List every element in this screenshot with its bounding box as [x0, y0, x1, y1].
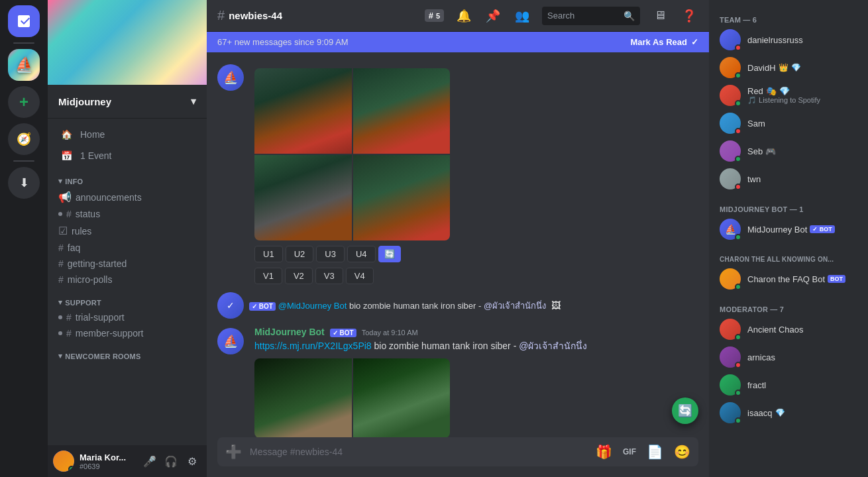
help-button[interactable]: ❓	[680, 7, 698, 25]
member-charon-bot[interactable]: Charon the FAQ Bot BOT	[714, 266, 863, 292]
announcement-icon: 📢	[58, 191, 72, 203]
message-link[interactable]: https://s.mj.run/PX2ILgx5Pi8	[254, 341, 372, 351]
user-settings-button[interactable]: ⚙	[183, 452, 201, 470]
scroll-to-bottom-button[interactable]: 🔄	[672, 398, 698, 424]
server-separator-2	[13, 160, 34, 162]
fractl-avatar	[720, 374, 741, 396]
member-midjourney-bot[interactable]: ⛵ MidJourney Bot ✓ BOT	[714, 216, 863, 242]
midjourney-bot-mention: @MidJourney Bot	[278, 301, 349, 311]
chevron-icon: ▾	[58, 177, 62, 186]
gif-button[interactable]: GIF	[620, 445, 639, 459]
nav-events[interactable]: 📅 1 Event	[53, 145, 201, 166]
new-messages-text: 67+ new messages since 9:09 AM	[217, 37, 349, 47]
channel-getting-started[interactable]: # getting-started	[53, 256, 201, 272]
member-isaacq[interactable]: isaacq 💎	[714, 399, 863, 426]
seb-avatar	[720, 140, 741, 162]
discover-button[interactable]: 🧭	[8, 123, 40, 155]
search-bar[interactable]: 🔍	[542, 7, 640, 25]
u2-button[interactable]: U2	[286, 246, 314, 262]
sam-status	[735, 128, 741, 134]
hash-icon: #	[217, 8, 225, 23]
u4-button[interactable]: U4	[347, 246, 376, 262]
search-input[interactable]	[547, 11, 618, 21]
message-content-2: MidJourney Bot ✓ BOT Today at 9:10 AM ht…	[254, 327, 698, 437]
midjourney-server-icon[interactable]: ⛵	[8, 49, 40, 81]
search-icon: 🔍	[624, 11, 635, 21]
category-support[interactable]: ▾ SUPPORT	[48, 288, 207, 309]
v4-button[interactable]: V4	[346, 268, 374, 284]
twn-avatar	[720, 168, 741, 189]
member-red[interactable]: Red 🎭 💎 🎵 Listening to Spotify	[714, 82, 863, 109]
midjourney-bot-avatar: ⛵	[720, 219, 741, 240]
category-newcomer-rooms[interactable]: ▾ NEWCOMER ROOMS	[48, 341, 207, 363]
gift-button[interactable]: 🎁	[593, 441, 615, 462]
download-button[interactable]: ⬇	[8, 167, 40, 199]
channel-faq[interactable]: # faq	[53, 240, 201, 256]
user-panel: Maria Kor... #0639 🎤 🎧 ⚙	[48, 445, 207, 477]
server-name: Midjourney	[58, 96, 111, 107]
danielrussruss-avatar	[720, 29, 741, 50]
ancient-chaos-info: Ancient Chaos	[747, 325, 804, 335]
member-ancient-chaos[interactable]: Ancient Chaos	[714, 316, 863, 343]
chevron-support-icon: ▾	[58, 298, 62, 307]
new-messages-bar[interactable]: 67+ new messages since 9:09 AM Mark As R…	[207, 32, 709, 52]
user-mic-button[interactable]: 🎤	[140, 452, 159, 470]
mark-as-read-button[interactable]: Mark As Read ✓	[631, 37, 699, 47]
threads-hash-icon: #	[429, 11, 433, 21]
user-headset-button[interactable]: 🎧	[162, 452, 180, 470]
u3-button[interactable]: U3	[316, 246, 345, 262]
bullet-member-icon	[58, 331, 62, 335]
v3-button[interactable]: V3	[315, 268, 343, 284]
v2-button[interactable]: V2	[285, 268, 313, 284]
member-davidh[interactable]: DavidH 👑 💎	[714, 54, 863, 81]
message-input[interactable]	[250, 440, 588, 464]
member-seb[interactable]: Seb 🎮	[714, 138, 863, 164]
add-attachment-button[interactable]: ➕	[223, 441, 244, 462]
midjourney-bot-info: MidJourney Bot ✓ BOT	[747, 225, 835, 235]
message-input-area: ➕ 🎁 GIF 📄 😊	[207, 437, 709, 477]
server-header[interactable]: Midjourney ▾	[48, 85, 207, 119]
channel-rules[interactable]: ☑ rules	[53, 222, 201, 240]
seb-status	[735, 156, 741, 162]
channel-member-support[interactable]: # member-support	[53, 325, 201, 341]
members-button[interactable]: 👥	[513, 7, 531, 25]
channel-announcements[interactable]: 📢 announcements	[53, 188, 201, 206]
threads-badge[interactable]: # 5	[425, 9, 444, 22]
mute-button[interactable]: 🔔	[455, 7, 473, 25]
sticker-button[interactable]: 📄	[644, 441, 666, 462]
category-newcomer-rooms-label: NEWCOMER ROOMS	[65, 352, 140, 360]
member-danielrussruss[interactable]: danielrussruss	[714, 26, 863, 53]
category-support-label: SUPPORT	[65, 299, 101, 307]
channel-trial-support[interactable]: # trial-support	[53, 309, 201, 325]
image-cell-4	[353, 155, 451, 240]
member-sam[interactable]: Sam	[714, 110, 863, 136]
chat-header: # newbies-44 # 5 🔔 📌 👥 🔍 🖥 ❓	[207, 0, 709, 32]
emoji-button[interactable]: 😊	[671, 441, 693, 462]
member-fractl[interactable]: fractl	[714, 372, 863, 398]
message-header-2: MidJourney Bot ✓ BOT Today at 9:10 AM	[254, 327, 698, 337]
channel-micro-polls[interactable]: # micro-polls	[53, 272, 201, 288]
category-info[interactable]: ▾ INFO	[48, 166, 207, 188]
threads-count: 5	[436, 12, 440, 20]
category-info-label: INFO	[65, 178, 83, 186]
v1-button[interactable]: V1	[254, 268, 282, 284]
pin-button[interactable]: 📌	[484, 7, 502, 25]
gem-icon: 💎	[791, 63, 801, 72]
channel-status[interactable]: # status	[53, 206, 201, 222]
inbox-button[interactable]: 🖥	[651, 7, 669, 25]
member-arnicas[interactable]: arnicas	[714, 344, 863, 370]
red-sub: 🎵 Listening to Spotify	[747, 96, 820, 105]
member-twn[interactable]: twn	[714, 166, 863, 192]
seb-name: Seb 🎮	[747, 146, 776, 156]
server-separator	[13, 42, 34, 44]
red-info: Red 🎭 💎 🎵 Listening to Spotify	[747, 86, 820, 105]
nav-home[interactable]: 🏠 Home	[53, 124, 201, 145]
u1-button[interactable]: U1	[254, 246, 283, 262]
refresh-u-button[interactable]: 🔄	[378, 246, 401, 262]
nav-home-label: Home	[80, 129, 105, 140]
chevron-newcomer-icon: ▾	[58, 352, 62, 360]
bot-avatar-1: ⛵	[217, 64, 244, 91]
add-server-button[interactable]: +	[8, 86, 40, 118]
discord-home-button[interactable]	[8, 5, 40, 37]
chevron-down-icon: ▾	[191, 95, 196, 107]
